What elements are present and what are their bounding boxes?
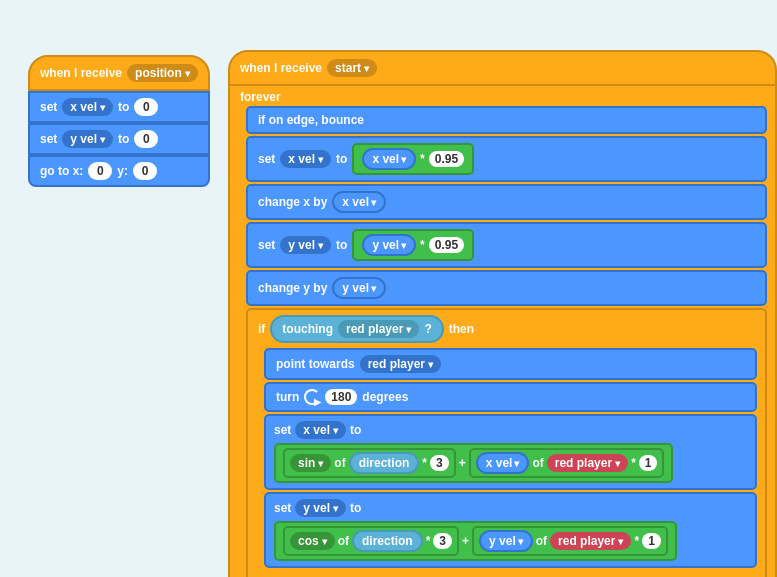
set-yvel-op-block: set y vel to y vel * 0.95: [246, 222, 767, 268]
hat-block-left: when I receive position: [28, 55, 210, 91]
yvel-drop2[interactable]: y vel: [295, 499, 346, 517]
cos-func[interactable]: cos: [290, 532, 335, 550]
xvel-mul[interactable]: 1: [639, 455, 658, 471]
hat-label-right: when I receive: [240, 61, 322, 75]
if-block: if touching red player ? then point towa…: [246, 308, 767, 577]
hat-block-right: when I receive start: [228, 50, 777, 86]
point-var[interactable]: red player: [360, 355, 441, 373]
goto-block: go to x: 0 y: 0: [28, 155, 210, 187]
sin-func[interactable]: sin: [290, 454, 331, 472]
yvel-value[interactable]: 0: [134, 130, 158, 148]
hat-dropdown-left[interactable]: position: [127, 64, 198, 82]
red-player-2[interactable]: red player: [550, 532, 631, 550]
red-player-1[interactable]: red player: [547, 454, 628, 472]
set-xvel-complex: set x vel to sin of direction: [264, 414, 757, 490]
set-xvel-op-block: set x vel to x vel * 0.95: [246, 136, 767, 182]
goto-y[interactable]: 0: [133, 162, 157, 180]
xvel-inner2[interactable]: x vel: [476, 452, 530, 474]
xvel-drop2[interactable]: x vel: [295, 421, 346, 439]
set-label: set: [40, 100, 57, 114]
touching-condition: touching red player ?: [270, 315, 443, 343]
yvel-inner[interactable]: y vel: [362, 234, 416, 256]
xvel-inner[interactable]: x vel: [362, 148, 416, 170]
xvel-var[interactable]: x vel: [62, 98, 113, 116]
yvel-var[interactable]: y vel: [62, 130, 113, 148]
change-x-block: change x by x vel: [246, 184, 767, 220]
turn-degrees[interactable]: 180: [325, 389, 357, 405]
hat-dropdown-right[interactable]: start: [327, 59, 377, 77]
sin-mul[interactable]: 3: [430, 455, 449, 471]
turn-block: turn ▶ 180 degrees: [264, 382, 757, 412]
yvel-inner2[interactable]: y vel: [479, 530, 533, 552]
set-yvel-complex: set y vel to cos of direction: [264, 492, 757, 568]
cos-mul[interactable]: 3: [433, 533, 452, 549]
forever-block: forever if on edge, bounce set x vel to …: [228, 86, 777, 577]
touching-var[interactable]: red player: [338, 320, 419, 338]
bounce-block: if on edge, bounce: [246, 106, 767, 134]
xvel-value[interactable]: 0: [134, 98, 158, 116]
change-y-block: change y by y vel: [246, 270, 767, 306]
yvel-drop1[interactable]: y vel: [280, 236, 331, 254]
mul-val-1[interactable]: 0.95: [429, 151, 464, 167]
point-towards-block: point towards red player: [264, 348, 757, 380]
set-xvel-block: set x vel to 0: [28, 91, 210, 123]
set-yvel-block: set y vel to 0: [28, 123, 210, 155]
xvel-drop1[interactable]: x vel: [280, 150, 331, 168]
goto-x[interactable]: 0: [88, 162, 112, 180]
yvel-change[interactable]: y vel: [332, 277, 386, 299]
xvel-change[interactable]: x vel: [332, 191, 386, 213]
yvel-mul[interactable]: 1: [642, 533, 661, 549]
hat-label-left: when I receive: [40, 66, 122, 80]
mul-val-2[interactable]: 0.95: [429, 237, 464, 253]
forever-label: forever: [240, 90, 281, 104]
